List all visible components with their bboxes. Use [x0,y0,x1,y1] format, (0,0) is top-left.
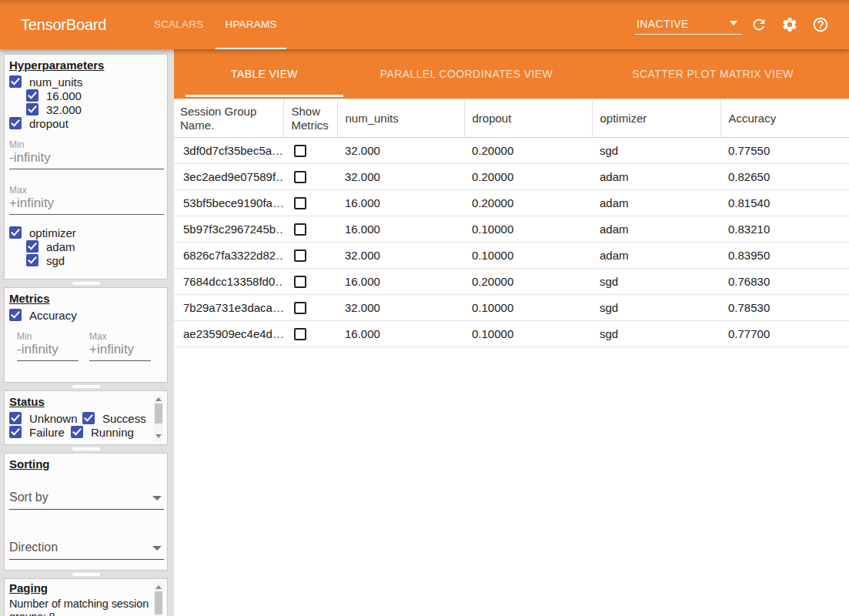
metrics-panel: Metrics Accuracy Min -infinity Max +infi… [4,287,168,383]
hparam-optimizer-adam[interactable]: adam [26,239,162,253]
table-row: 5b97f3c2967245b… 16.000 0.10000 adam 0.8… [174,216,849,243]
gear-icon[interactable] [781,16,798,33]
scrollbar[interactable] [154,582,163,616]
sorting-panel: Sorting Sort by Direction [4,453,168,571]
col-session-group-name[interactable]: Session Group Name. [174,99,283,138]
table-row: 7b29a731e3daca… 32.000 0.10000 sgd 0.785… [174,295,849,321]
checkbox-checked-icon[interactable] [26,89,38,102]
min-input[interactable]: -infinity [9,150,164,169]
paging-panel: Paging Number of matching session groups… [4,578,168,616]
show-metrics-checkbox[interactable] [294,276,306,288]
checkbox-checked-icon[interactable] [26,254,38,266]
show-metrics-checkbox[interactable] [294,197,306,209]
scroll-down-icon[interactable] [155,434,162,438]
table-row: 3ec2aed9e07589f… 32.000 0.20000 adam 0.8… [174,164,849,190]
col-show-metrics[interactable]: Show Metrics [283,99,337,138]
status-select[interactable]: INACTIVE [635,15,742,35]
metrics-max-label: Max [89,331,151,342]
hparam-num-units-32[interactable]: 32.000 [26,102,162,116]
direction-select[interactable]: Direction [9,541,164,560]
metrics-title: Metrics [9,293,162,305]
metric-accuracy[interactable]: Accuracy [9,308,162,322]
resize-handle[interactable] [4,445,168,453]
paging-title: Paging [9,582,162,594]
scroll-up-icon[interactable] [155,397,162,401]
scroll-thumb[interactable] [155,403,162,424]
show-metrics-checkbox[interactable] [294,328,306,340]
refresh-icon[interactable] [750,16,767,33]
tab-hparams[interactable]: HPARAMS [216,0,286,49]
hparam-optimizer[interactable]: optimizer [9,226,162,239]
checkbox-checked-icon[interactable] [9,309,22,321]
help-icon[interactable] [812,16,829,33]
metrics-max-input[interactable]: +infinity [89,342,151,361]
hparam-num-units-16[interactable]: 16.000 [26,89,162,102]
view-tabs: TABLE VIEW PARALLEL COORDINATES VIEW SCA… [174,49,849,99]
checkbox-checked-icon[interactable] [26,240,38,253]
status-select-value: INACTIVE [637,18,689,30]
table-header-row: Session Group Name. Show Metrics num_uni… [174,99,849,138]
status-unknown: Unknown [29,412,76,425]
show-metrics-checkbox[interactable] [294,249,306,262]
table-row: 6826c7fa3322d82… 32.000 0.10000 adam 0.8… [174,243,849,269]
checkbox-checked-icon[interactable] [9,426,22,438]
checkbox-checked-icon[interactable] [9,412,22,424]
show-metrics-checkbox[interactable] [294,302,306,314]
tab-table-view[interactable]: TABLE VIEW [186,49,343,99]
table-row: 7684dcc13358fd0… 16.000 0.20000 sgd 0.76… [174,269,849,295]
table-row: 3df0d7cf35bec5a… 32.000 0.20000 sgd 0.77… [174,138,849,164]
sort-by-select[interactable]: Sort by [9,490,164,510]
hparam-num-units[interactable]: num_units [9,75,162,89]
app-title: TensorBoard [21,16,106,34]
main-area: TABLE VIEW PARALLEL COORDINATES VIEW SCA… [174,49,849,616]
paging-summary: Number of matching session groups: 8 [9,598,161,616]
status-success: Success [102,412,146,425]
show-metrics-checkbox[interactable] [294,223,306,236]
tab-scatter-plot-matrix-view[interactable]: SCATTER PLOT MATRIX VIEW [590,49,836,99]
hparam-dropout[interactable]: dropout [9,116,162,130]
sidebar: Hyperparameters num_units 16.000 32.000 … [0,49,174,616]
show-metrics-checkbox[interactable] [294,171,306,183]
checkbox-checked-icon[interactable] [26,103,38,116]
chevron-down-icon [730,21,737,25]
status-title: Status [9,396,162,408]
tab-scalars[interactable]: SCALARS [145,0,212,49]
table-row: 53bf5bece9190fa… 16.000 0.20000 adam 0.8… [174,190,849,216]
checkbox-checked-icon[interactable] [71,426,83,438]
toolbar-actions: INACTIVE [635,15,829,35]
table-row: ae235909ec4e4d… 16.000 0.10000 sgd 0.777… [174,321,849,347]
tab-parallel-coordinates-view[interactable]: PARALLEL COORDINATES VIEW [343,49,590,99]
checkbox-checked-icon[interactable] [9,75,22,88]
metrics-min-input[interactable]: -infinity [17,342,79,361]
session-group-table: Session Group Name. Show Metrics num_uni… [174,99,849,347]
min-label: Min [9,139,162,150]
show-metrics-checkbox[interactable] [294,145,306,157]
top-tabs: SCALARS HPARAMS [143,0,288,49]
resize-handle[interactable] [4,571,168,578]
checkbox-checked-icon[interactable] [9,226,22,239]
resize-handle[interactable] [4,383,168,390]
sorting-title: Sorting [9,458,162,470]
chevron-down-icon [152,546,162,551]
hparam-optimizer-sgd[interactable]: sgd [26,253,162,267]
scrollbar[interactable] [154,394,163,441]
hyperparameters-title: Hyperparameters [9,59,162,72]
col-dropout[interactable]: dropout [464,99,592,138]
col-num-units[interactable]: num_units [337,99,464,138]
status-panel: Status Unknown Success Failure Running [4,390,168,445]
toolbar: TensorBoard SCALARS HPARAMS INACTIVE [0,0,849,49]
status-running: Running [91,426,134,439]
checkbox-checked-icon[interactable] [82,412,95,424]
metrics-min-label: Min [17,331,79,342]
col-optimizer[interactable]: optimizer [592,99,720,138]
checkbox-checked-icon[interactable] [9,117,22,129]
chevron-down-icon [152,496,162,500]
hyperparameters-panel: Hyperparameters num_units 16.000 32.000 … [4,54,168,280]
scroll-up-icon[interactable] [155,585,162,589]
resize-handle[interactable] [4,280,168,287]
status-failure: Failure [29,426,65,439]
scroll-thumb[interactable] [155,591,162,614]
max-label: Max [9,185,162,196]
max-input[interactable]: +infinity [9,196,164,215]
col-accuracy[interactable]: Accuracy [720,99,849,138]
